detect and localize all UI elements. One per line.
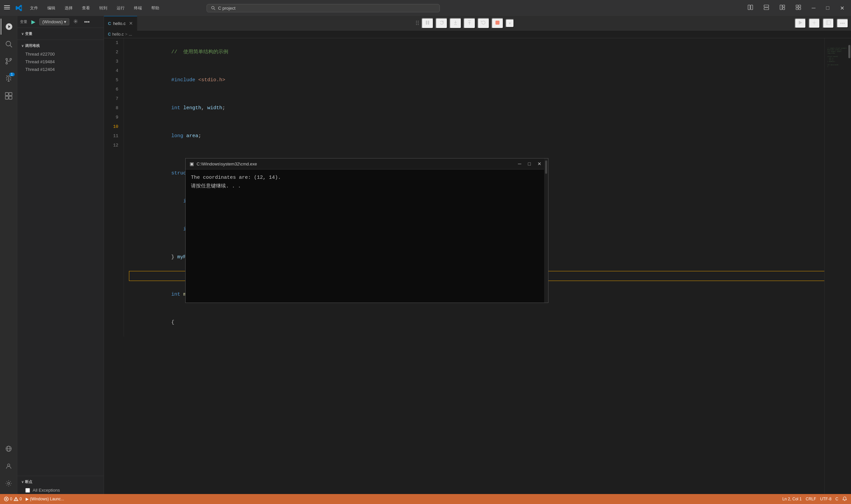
- minimap-content: // simple struct example #include <stdio…: [825, 38, 851, 76]
- tab-close-button[interactable]: ✕: [129, 21, 133, 26]
- menu-icon[interactable]: [4, 4, 10, 12]
- breadcrumb-more[interactable]: ...: [128, 32, 132, 37]
- svg-rect-13: [799, 5, 801, 7]
- run-start-button[interactable]: ▶: [29, 18, 37, 25]
- titlebar: 文件 编辑 选择 查看 转到 运行 终端 帮助 C project ─ □ ✕: [0, 0, 851, 16]
- debug-step-over-button[interactable]: [435, 18, 448, 29]
- svg-rect-23: [5, 96, 8, 99]
- callstack-section: ∨ 调用堆栈 Thread #22700 Thread #19484 Threa…: [17, 40, 104, 476]
- width-var: width: [207, 105, 222, 111]
- c-file-icon-small: C: [108, 32, 111, 37]
- svg-rect-11: [783, 8, 785, 10]
- debug-restart-button[interactable]: [477, 18, 489, 29]
- line-numbers: 1 2 3 4 5 6 7 8 9 10 11 12: [104, 38, 124, 337]
- sidebar-item-account[interactable]: [1, 458, 17, 474]
- cursor-position[interactable]: Ln 2, Col 1: [782, 497, 802, 501]
- notifications-bell[interactable]: [843, 496, 847, 502]
- debug-step-out-button[interactable]: [464, 18, 475, 29]
- svg-rect-6: [751, 5, 753, 10]
- svg-rect-24: [9, 96, 12, 99]
- line-num-1: 1: [109, 38, 118, 48]
- area-var: area: [186, 133, 198, 139]
- encoding[interactable]: UTF-8: [820, 497, 831, 501]
- sidebar-item-search[interactable]: [1, 36, 17, 52]
- sidebar: 变量 ▶ (Windows) ▾ ••• ∨ 变量 ∨ 调用: [17, 16, 104, 494]
- search-bar[interactable]: C project: [207, 4, 440, 12]
- maximize-button[interactable]: □: [823, 4, 832, 12]
- editor-topbar: C hello.c ✕ ⠿: [104, 16, 851, 31]
- editor-main: 1 2 3 4 5 6 7 8 9 10 11 12: [104, 38, 851, 494]
- variables-header[interactable]: ∨ 变量: [17, 29, 104, 38]
- sidebar-toggle-button[interactable]: [823, 18, 834, 28]
- search-input[interactable]: C project: [218, 6, 435, 11]
- error-indicator[interactable]: 0 0: [4, 497, 22, 501]
- titlebar-controls: ─ □ ✕: [745, 3, 847, 13]
- cmd-scrollbar-thumb[interactable]: [545, 160, 547, 174]
- code-line-4: long area;: [129, 122, 824, 150]
- editor-right-buttons: •••: [792, 18, 851, 28]
- code-line-3: int length, width;: [129, 94, 824, 122]
- cmd-maximize-button[interactable]: □: [525, 160, 534, 167]
- debug-drag-handle[interactable]: ⠿: [415, 20, 419, 27]
- layout-toggle-4[interactable]: [793, 3, 804, 13]
- thread-item[interactable]: Thread #19484: [17, 58, 104, 66]
- thread-item[interactable]: Thread #22700: [17, 50, 104, 58]
- thread-list: Thread #22700 Thread #19484 Thread #1240…: [17, 50, 104, 73]
- app-logo: [15, 4, 23, 12]
- run-config-selector[interactable]: (Windows) ▾: [39, 18, 69, 25]
- sidebar-item-settings[interactable]: [1, 475, 17, 491]
- cmd-close-button[interactable]: ✕: [535, 160, 544, 167]
- tab-hello-c[interactable]: C hello.c ✕: [104, 16, 137, 31]
- breakpoints-header[interactable]: ∨ 断点: [17, 478, 104, 486]
- debug-session-label[interactable]: ▶ (Windows) Launc...: [25, 497, 64, 501]
- run-more-button[interactable]: •••: [82, 18, 92, 25]
- error-count: 0: [10, 497, 12, 501]
- debug-more-button[interactable]: ▾: [505, 19, 514, 28]
- layout-toggle-2[interactable]: [761, 3, 772, 13]
- line-num-5: 5: [109, 76, 118, 85]
- line-num-6: 6: [109, 85, 118, 94]
- breadcrumb-file[interactable]: hello.c: [112, 32, 124, 37]
- cmd-body[interactable]: The coordinates are: (12, 14). 请按任意键继续. …: [186, 169, 548, 303]
- sidebar-item-extensions[interactable]: [1, 88, 17, 104]
- layout-toggle-3[interactable]: [777, 3, 788, 13]
- run-debug-button[interactable]: [795, 18, 806, 28]
- line-num-8: 8: [109, 104, 118, 113]
- svg-point-28: [7, 464, 10, 466]
- more-actions-button[interactable]: •••: [837, 19, 848, 28]
- include-keyword: #include: [171, 77, 195, 83]
- debug-stop-button[interactable]: [491, 18, 503, 29]
- code-line-12: {: [129, 309, 824, 337]
- run-settings-button[interactable]: [71, 18, 80, 25]
- cmd-titlebar: ▣ C:\Windows\system32\cmd.exe ─ □ ✕: [186, 159, 548, 169]
- status-left: 0 0 ▶ (Windows) Launc...: [4, 497, 64, 501]
- debug-pause-button[interactable]: [421, 18, 434, 29]
- sidebar-item-debug[interactable]: 1: [1, 71, 17, 87]
- layout-toggle-1[interactable]: [745, 3, 756, 13]
- thread-item[interactable]: Thread #12404: [17, 66, 104, 73]
- chevron-down-icon: ∨: [21, 32, 24, 36]
- cmd-minimize-button[interactable]: ─: [516, 160, 524, 167]
- cmd-window: ▣ C:\Windows\system32\cmd.exe ─ □ ✕ The …: [185, 158, 549, 303]
- svg-rect-15: [799, 8, 801, 10]
- svg-rect-1: [4, 7, 10, 8]
- cmd-output-line-2: 请按任意键继续. . .: [191, 182, 543, 191]
- close-button[interactable]: ✕: [837, 4, 847, 13]
- minimize-button[interactable]: ─: [809, 4, 818, 12]
- chevron-down-icon: ∨: [21, 480, 24, 484]
- svg-rect-21: [5, 92, 8, 95]
- language-mode[interactable]: C: [835, 497, 838, 501]
- settings-button[interactable]: [809, 18, 820, 28]
- svg-rect-14: [796, 8, 798, 10]
- breakpoint-checkbox[interactable]: [25, 488, 30, 493]
- callstack-header[interactable]: ∨ 调用堆栈: [17, 41, 104, 50]
- svg-point-3: [212, 6, 214, 9]
- debug-step-into-button[interactable]: [450, 18, 462, 29]
- line-num-2: 2: [109, 48, 118, 57]
- minimap-thumb[interactable]: [848, 45, 850, 58]
- sidebar-item-source-control[interactable]: [1, 53, 17, 69]
- run-toolbar: 变量 ▶ (Windows) ▾ •••: [17, 16, 104, 28]
- sidebar-item-run-debug[interactable]: [1, 19, 17, 35]
- sidebar-item-remote[interactable]: [1, 441, 17, 457]
- line-ending[interactable]: CRLF: [806, 497, 816, 501]
